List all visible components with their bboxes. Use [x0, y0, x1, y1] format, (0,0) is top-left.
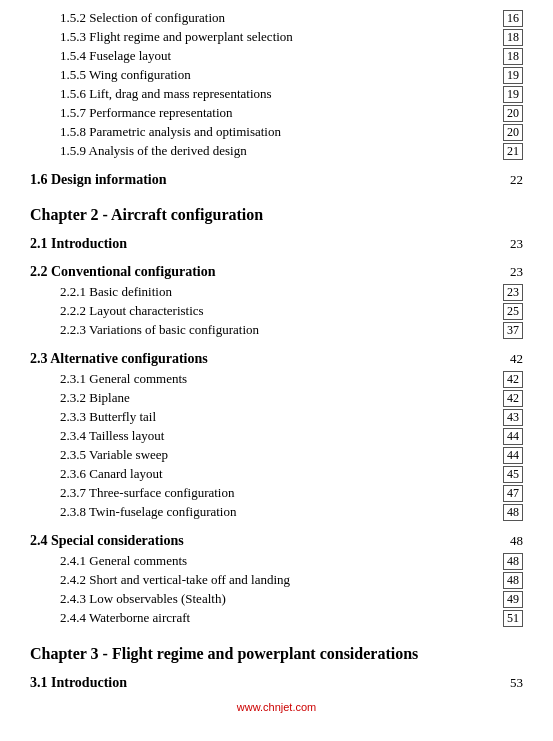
toc-sub-entry: 1.5.9 Analysis of the derived design21 [30, 143, 523, 160]
page-number: 53 [510, 675, 523, 691]
page-number: 25 [503, 303, 523, 320]
entry-text: 2.2.3 Variations of basic configuration [60, 322, 497, 338]
toc-sub-entry: 1.5.3 Flight regime and powerplant selec… [30, 29, 523, 46]
toc-sub-entry: 1.5.5 Wing configuration19 [30, 67, 523, 84]
page-number: 49 [503, 591, 523, 608]
toc-sub-entry: 2.4.3 Low observables (Stealth)49 [30, 591, 523, 608]
entry-text: 2.2.2 Layout characteristics [60, 303, 497, 319]
entry-text: 2.3.7 Three-surface configuration [60, 485, 497, 501]
section-label: 2.2 Conventional configuration [30, 264, 216, 280]
section-label: 2.4 Special considerations [30, 533, 184, 549]
entry-text: 2.4.3 Low observables (Stealth) [60, 591, 497, 607]
toc-section: 1.6 Design information22 [30, 172, 523, 188]
toc-sub-entry: 2.3.8 Twin-fuselage configuration48 [30, 504, 523, 521]
watermark: www.chnjet.com [30, 701, 523, 713]
entry-text: 1.5.3 Flight regime and powerplant selec… [60, 29, 497, 45]
section-label: 3.1 Introduction [30, 675, 127, 691]
page-number: 43 [503, 409, 523, 426]
page-number: 23 [510, 264, 523, 280]
page-number: 37 [503, 322, 523, 339]
entry-text: 1.5.5 Wing configuration [60, 67, 497, 83]
page-number: 19 [503, 67, 523, 84]
entry-text: 2.3.5 Variable sweep [60, 447, 497, 463]
chapter-heading: Chapter 3 - Flight regime and powerplant… [30, 645, 523, 663]
page-number: 20 [503, 105, 523, 122]
section-label: 1.6 Design information [30, 172, 167, 188]
page-number: 18 [503, 29, 523, 46]
toc-section: 3.1 Introduction53 [30, 675, 523, 691]
page-number: 51 [503, 610, 523, 627]
toc-sub-entry: 2.3.1 General comments42 [30, 371, 523, 388]
toc-sub-entry: 1.5.2 Selection of configuration16 [30, 10, 523, 27]
entry-text: 2.3.4 Tailless layout [60, 428, 497, 444]
toc-sub-entry: 2.3.3 Butterfly tail43 [30, 409, 523, 426]
entry-text: 2.3.8 Twin-fuselage configuration [60, 504, 497, 520]
section-label: 2.3 Alternative configurations [30, 351, 208, 367]
page-number: 48 [503, 504, 523, 521]
toc-sub-entry: 2.3.4 Tailless layout44 [30, 428, 523, 445]
toc-sub-entry: 1.5.6 Lift, drag and mass representation… [30, 86, 523, 103]
toc-sub-entry: 2.3.2 Biplane42 [30, 390, 523, 407]
entry-text: 2.3.3 Butterfly tail [60, 409, 497, 425]
toc-sub-entry: 2.4.1 General comments48 [30, 553, 523, 570]
page-number: 42 [503, 390, 523, 407]
toc-sub-entry: 1.5.4 Fuselage layout18 [30, 48, 523, 65]
entry-text: 2.2.1 Basic definition [60, 284, 497, 300]
page-number: 48 [503, 553, 523, 570]
toc-sub-entry: 2.4.2 Short and vertical-take off and la… [30, 572, 523, 589]
toc-sub-entry: 1.5.7 Performance representation20 [30, 105, 523, 122]
page-number: 19 [503, 86, 523, 103]
page-number: 20 [503, 124, 523, 141]
toc-section: 2.2 Conventional configuration23 [30, 264, 523, 280]
chapter-heading: Chapter 2 - Aircraft configuration [30, 206, 523, 224]
page-number: 48 [510, 533, 523, 549]
toc-section: 2.1 Introduction23 [30, 236, 523, 252]
page-number: 21 [503, 143, 523, 160]
page-number: 45 [503, 466, 523, 483]
page-number: 44 [503, 447, 523, 464]
toc-sub-entry: 2.3.6 Canard layout45 [30, 466, 523, 483]
entry-text: 1.5.9 Analysis of the derived design [60, 143, 497, 159]
toc-sub-entry: 2.3.5 Variable sweep44 [30, 447, 523, 464]
page-number: 16 [503, 10, 523, 27]
page-number: 22 [510, 172, 523, 188]
entry-text: 1.5.7 Performance representation [60, 105, 497, 121]
toc-sub-entry: 2.2.1 Basic definition23 [30, 284, 523, 301]
toc-section: 2.4 Special considerations48 [30, 533, 523, 549]
toc-sub-entry: 1.5.8 Parametric analysis and optimisati… [30, 124, 523, 141]
toc-section: 2.3 Alternative configurations42 [30, 351, 523, 367]
toc-sub-entry: 2.3.7 Three-surface configuration47 [30, 485, 523, 502]
page-number: 23 [503, 284, 523, 301]
toc-sub-entry: 2.2.2 Layout characteristics25 [30, 303, 523, 320]
entry-text: 2.3.1 General comments [60, 371, 497, 387]
section-label: 2.1 Introduction [30, 236, 127, 252]
entry-text: 2.4.2 Short and vertical-take off and la… [60, 572, 497, 588]
toc-sub-entry: 2.2.3 Variations of basic configuration3… [30, 322, 523, 339]
page-number: 18 [503, 48, 523, 65]
page-number: 23 [510, 236, 523, 252]
entry-text: 2.4.1 General comments [60, 553, 497, 569]
entry-text: 2.3.6 Canard layout [60, 466, 497, 482]
toc-sub-entry: 2.4.4 Waterborne aircraft51 [30, 610, 523, 627]
entry-text: 1.5.6 Lift, drag and mass representation… [60, 86, 497, 102]
page-number: 42 [503, 371, 523, 388]
page-number: 47 [503, 485, 523, 502]
entry-text: 1.5.4 Fuselage layout [60, 48, 497, 64]
entry-text: 2.3.2 Biplane [60, 390, 497, 406]
entry-text: 1.5.8 Parametric analysis and optimisati… [60, 124, 497, 140]
entry-text: 2.4.4 Waterborne aircraft [60, 610, 497, 626]
entry-text: 1.5.2 Selection of configuration [60, 10, 497, 26]
page-number: 48 [503, 572, 523, 589]
page-number: 44 [503, 428, 523, 445]
page-number: 42 [510, 351, 523, 367]
